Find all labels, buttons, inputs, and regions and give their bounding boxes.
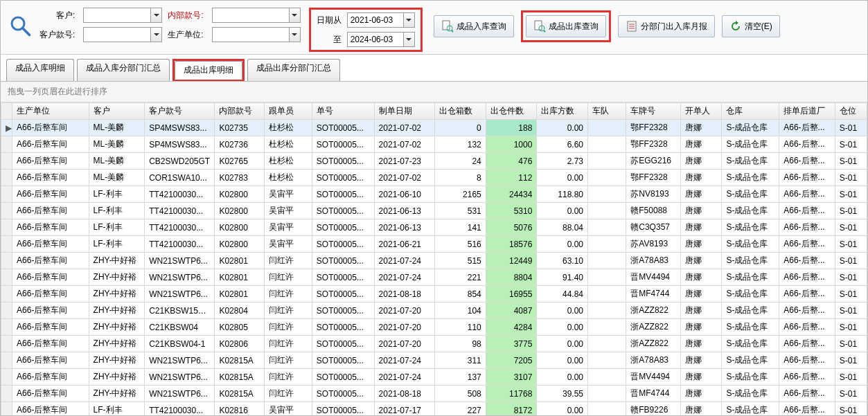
cell[interactable]: ZHY-中好裕: [89, 286, 145, 302]
cell[interactable]: 闫红许: [264, 319, 312, 336]
cell[interactable]: S-成品仓库: [722, 219, 779, 236]
cell[interactable]: 2021-07-24: [374, 253, 434, 269]
cell[interactable]: S-01: [835, 352, 867, 369]
cell[interactable]: 6.60: [537, 136, 588, 153]
cell[interactable]: A66-后整车间: [12, 336, 89, 352]
col-header[interactable]: 出仓箱数: [435, 103, 486, 120]
table-row[interactable]: A66-后整车间ML-美麟SP4MSWS83...K02736杜杉松SOT000…: [1, 136, 867, 153]
table-row[interactable]: A66-后整车间ZHY-中好裕WN21SWTP6...K02815A闫红许SOT…: [1, 386, 867, 402]
cell[interactable]: WN21SWTP6...: [145, 253, 215, 269]
cell[interactable]: SP4MSWS83...: [145, 120, 215, 136]
table-row[interactable]: A66-后整车间ML-美麟COR1SWA10...K02783杜杉松SOT000…: [1, 170, 867, 186]
cell[interactable]: TT42100030...: [145, 203, 215, 219]
cell[interactable]: 杜杉松: [264, 136, 312, 153]
cell[interactable]: K02806: [215, 336, 264, 352]
col-header[interactable]: 仓位: [835, 103, 867, 120]
cell[interactable]: 104: [435, 302, 486, 319]
date-to-input[interactable]: [348, 33, 403, 46]
cell[interactable]: S-成品仓库: [722, 120, 779, 136]
cell[interactable]: 闫红许: [264, 253, 312, 269]
cell[interactable]: S-成品仓库: [722, 286, 779, 302]
col-header[interactable]: 单号: [312, 103, 374, 120]
cell[interactable]: A66-后整车间: [12, 136, 89, 153]
cell[interactable]: SOT00005...: [312, 336, 374, 352]
table-row[interactable]: A66-后整车间ML-美麟CB2SWD205GTK02765杜杉松SOT0000…: [1, 153, 867, 170]
cell[interactable]: 唐娜: [680, 386, 722, 402]
cell[interactable]: WN21SWTP6...: [145, 269, 215, 286]
cell[interactable]: A66-后整...: [779, 153, 835, 170]
cell[interactable]: SOT00005...: [312, 286, 374, 302]
col-header[interactable]: 车牌号: [626, 103, 680, 120]
cell[interactable]: LF-利丰: [89, 186, 145, 203]
cell[interactable]: [588, 170, 626, 186]
cell[interactable]: 吴宙平: [264, 219, 312, 236]
cell[interactable]: S-01: [835, 286, 867, 302]
cell[interactable]: [588, 136, 626, 153]
cell[interactable]: WN21SWTP6...: [145, 352, 215, 369]
cell[interactable]: K02735: [215, 120, 264, 136]
table-row[interactable]: A66-后整车间LF-利丰TT42100030...K02800吴宙平SOT00…: [1, 219, 867, 236]
cell[interactable]: C21KBSW04-1: [145, 336, 215, 352]
cell[interactable]: A66-后整...: [779, 120, 835, 136]
cell[interactable]: 2021-07-02: [374, 170, 434, 186]
cell[interactable]: K02801: [215, 286, 264, 302]
cell[interactable]: SOT00005...: [312, 153, 374, 170]
table-row[interactable]: ▶A66-后整车间ML-美麟SP4MSWS83...K02735杜杉松SOT00…: [1, 120, 867, 136]
cell[interactable]: A66-后整...: [779, 203, 835, 219]
cell[interactable]: S-01: [835, 302, 867, 319]
cell[interactable]: S-成品仓库: [722, 236, 779, 253]
cell[interactable]: SOT00005...: [312, 386, 374, 402]
cell[interactable]: S-01: [835, 269, 867, 286]
cell[interactable]: SOT00005...: [312, 219, 374, 236]
cell[interactable]: 闫红许: [264, 302, 312, 319]
cell[interactable]: 7205: [486, 352, 537, 369]
cell[interactable]: SOT00005...: [312, 369, 374, 386]
cell[interactable]: TT42100030...: [145, 402, 215, 417]
tab-2[interactable]: 成品出库明细: [175, 61, 242, 80]
cell[interactable]: [588, 153, 626, 170]
col-header[interactable]: 客户款号: [145, 103, 215, 120]
cell[interactable]: A66-后整车间: [12, 302, 89, 319]
cell[interactable]: 唐娜: [680, 319, 722, 336]
cell[interactable]: 0.00: [537, 352, 588, 369]
cell[interactable]: 112: [486, 170, 537, 186]
cell[interactable]: 18576: [486, 236, 537, 253]
cell[interactable]: SOT00005...: [312, 302, 374, 319]
cell[interactable]: TT42100030...: [145, 186, 215, 203]
chevron-down-icon[interactable]: [289, 8, 300, 22]
cell[interactable]: 闫红许: [264, 352, 312, 369]
cell[interactable]: 0.00: [537, 369, 588, 386]
cell[interactable]: S-01: [835, 170, 867, 186]
cell[interactable]: [588, 120, 626, 136]
cell[interactable]: [588, 269, 626, 286]
cell[interactable]: A66-后整...: [779, 286, 835, 302]
customer-code-combo[interactable]: [83, 27, 162, 42]
cell[interactable]: 98: [435, 336, 486, 352]
cell[interactable]: A66-后整车间: [12, 352, 89, 369]
cell[interactable]: 88.04: [537, 219, 588, 236]
cell[interactable]: 854: [435, 286, 486, 302]
cell[interactable]: S-01: [835, 386, 867, 402]
cell[interactable]: 浙A78A83: [626, 253, 680, 269]
cell[interactable]: 118.80: [537, 186, 588, 203]
cell[interactable]: S-成品仓库: [722, 319, 779, 336]
cell[interactable]: TT42100030...: [145, 236, 215, 253]
cell[interactable]: A66-后整...: [779, 352, 835, 369]
cell[interactable]: SOT00005...: [312, 269, 374, 286]
cell[interactable]: [588, 253, 626, 269]
internal-code-combo[interactable]: [212, 8, 301, 23]
cell[interactable]: 2021-08-18: [374, 286, 434, 302]
cell[interactable]: S-01: [835, 402, 867, 417]
cell[interactable]: 晋MF4744: [626, 286, 680, 302]
cell[interactable]: SOT00005...: [312, 170, 374, 186]
cell[interactable]: 吴宙平: [264, 203, 312, 219]
cell[interactable]: 44.84: [537, 286, 588, 302]
cell[interactable]: 闫红许: [264, 336, 312, 352]
cell[interactable]: ZHY-中好裕: [89, 369, 145, 386]
cell[interactable]: S-成品仓库: [722, 402, 779, 417]
cell[interactable]: 221: [435, 269, 486, 286]
cell[interactable]: 浙AZZ822: [626, 336, 680, 352]
cell[interactable]: 0.00: [537, 402, 588, 417]
table-row[interactable]: A66-后整车间ZHY-中好裕C21KBSW04K02805闫红许SOT0000…: [1, 319, 867, 336]
cell[interactable]: 4087: [486, 302, 537, 319]
